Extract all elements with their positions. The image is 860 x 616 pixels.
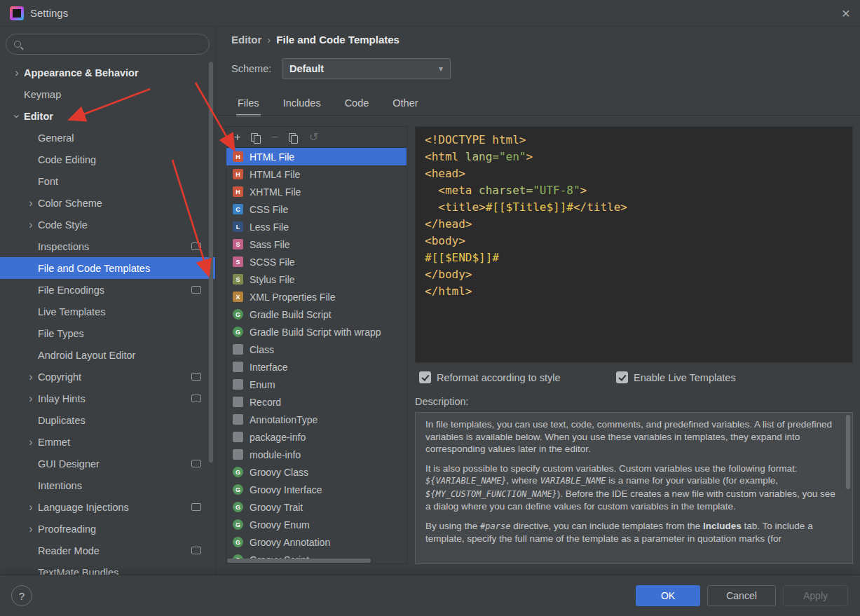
- template-name: Interface: [250, 362, 287, 373]
- template-item-groovy-interface[interactable]: GGroovy Interface: [226, 481, 407, 498]
- settings-content: Editor › File and Code Templates Scheme:…: [217, 27, 860, 575]
- sidebar-item-emmet[interactable]: ›Emmet: [0, 431, 215, 453]
- sidebar-item-label: Reader Mode: [38, 545, 100, 556]
- sidebar-item-editor[interactable]: ›Editor: [0, 105, 215, 127]
- sidebar-item-label: File Encodings: [38, 285, 104, 296]
- breadcrumb-item-current: File and Code Templates: [276, 34, 400, 46]
- apply-button[interactable]: Apply: [783, 585, 848, 606]
- template-item-class[interactable]: Class: [226, 341, 407, 358]
- template-item-gradle-build-script-with-wrapp[interactable]: GGradle Build Script with wrapp: [226, 323, 407, 341]
- sidebar-item-appearance-behavior[interactable]: ›Appearance & Behavior: [0, 62, 215, 83]
- template-item-groovy-trait[interactable]: GGroovy Trait: [226, 498, 407, 516]
- sidebar-item-language-injections[interactable]: ›Language Injections: [0, 496, 215, 518]
- chevron-down-icon[interactable]: ›: [11, 109, 23, 123]
- search-box[interactable]: [6, 34, 210, 55]
- sidebar-item-proofreading[interactable]: ›Proofreading: [0, 518, 215, 540]
- chevron-right-icon[interactable]: ›: [24, 197, 38, 210]
- monitor-icon: [191, 286, 201, 294]
- chevron-right-icon[interactable]: ›: [24, 219, 38, 231]
- template-item-enum[interactable]: Enum: [226, 376, 407, 393]
- tab-files[interactable]: Files: [236, 94, 261, 115]
- cancel-button[interactable]: Cancel: [707, 585, 776, 606]
- live-templates-checkbox[interactable]: Enable Live Templates: [616, 371, 736, 383]
- sidebar-item-inlay-hints[interactable]: ›Inlay Hints: [0, 388, 215, 409]
- checkbox-checked-icon[interactable]: [419, 371, 431, 383]
- sidebar-item-file-types[interactable]: File Types: [0, 322, 215, 344]
- template-item-xml-properties-file[interactable]: XXML Properties File: [226, 288, 407, 306]
- scheme-select[interactable]: Default ▾: [282, 58, 451, 79]
- java-file-icon: [233, 432, 243, 442]
- sidebar-item-label: Editor: [24, 111, 53, 122]
- sidebar-item-duplicates[interactable]: Duplicates: [0, 409, 215, 431]
- template-item-xhtml-file[interactable]: HXHTML File: [226, 183, 407, 200]
- description-scrollbar[interactable]: [846, 415, 850, 489]
- stylus-file-icon: S: [233, 274, 243, 285]
- sidebar-item-reader-mode[interactable]: Reader Mode: [0, 540, 215, 561]
- search-input[interactable]: [27, 38, 191, 50]
- ok-button[interactable]: OK: [636, 585, 700, 606]
- sidebar-item-file-encodings[interactable]: File Encodings: [0, 279, 215, 301]
- sidebar-item-gui-designer[interactable]: GUI Designer: [0, 453, 215, 474]
- sidebar-item-textmate-bundles[interactable]: TextMate Bundles: [0, 561, 215, 575]
- sidebar-item-general[interactable]: General: [0, 127, 215, 149]
- template-name: Groovy Annotation: [250, 537, 330, 548]
- sidebar-scrollbar[interactable]: [209, 62, 213, 463]
- sidebar-item-inspections[interactable]: Inspections: [0, 235, 215, 257]
- reformat-checkbox[interactable]: Reformat according to style: [419, 371, 561, 383]
- copy-template-icon[interactable]: [251, 133, 261, 142]
- template-item-package-info[interactable]: package-info: [226, 428, 407, 446]
- sidebar-item-code-editing[interactable]: Code Editing: [0, 149, 215, 170]
- template-item-groovy-enum[interactable]: GGroovy Enum: [226, 516, 407, 533]
- template-item-less-file[interactable]: LLess File: [226, 218, 407, 235]
- template-list-hscrollbar[interactable]: [227, 559, 371, 563]
- sidebar-item-font[interactable]: Font: [0, 170, 215, 192]
- sidebar-item-android-layout-editor[interactable]: Android Layout Editor: [0, 344, 215, 366]
- template-name: HTML File: [250, 151, 294, 163]
- sidebar-item-color-scheme[interactable]: ›Color Scheme: [0, 192, 215, 214]
- html-file-icon: H: [233, 151, 243, 162]
- template-item-interface[interactable]: Interface: [226, 358, 407, 376]
- breadcrumb-item-editor[interactable]: Editor: [231, 34, 261, 46]
- chevron-right-icon[interactable]: ›: [24, 501, 38, 514]
- template-item-css-file[interactable]: CCSS File: [226, 200, 407, 218]
- template-item-gradle-build-script[interactable]: GGradle Build Script: [226, 306, 407, 323]
- tab-includes[interactable]: Includes: [282, 94, 322, 115]
- sidebar-item-code-style[interactable]: ›Code Style: [0, 214, 215, 235]
- sidebar-item-label: Emmet: [38, 437, 70, 448]
- help-button[interactable]: ?: [11, 585, 32, 606]
- template-item-sass-file[interactable]: SSass File: [226, 235, 407, 253]
- reformat-checkbox-label: Reformat according to style: [437, 372, 561, 383]
- sidebar-item-copyright[interactable]: ›Copyright: [0, 366, 215, 388]
- template-item-html4-file[interactable]: HHTML4 File: [226, 165, 407, 183]
- template-item-scss-file[interactable]: SSCSS File: [226, 253, 407, 271]
- code-editor[interactable]: <!DOCTYPE html><html lang="en"><head> <m…: [415, 126, 853, 363]
- template-item-annotationtype[interactable]: AnnotationType: [226, 411, 407, 428]
- template-item-module-info[interactable]: module-info: [226, 446, 407, 463]
- close-icon[interactable]: ×: [842, 6, 850, 20]
- chevron-right-icon[interactable]: ›: [10, 67, 24, 79]
- template-item-groovy-annotation[interactable]: GGroovy Annotation: [226, 533, 407, 551]
- chevron-right-icon[interactable]: ›: [24, 392, 38, 405]
- breadcrumb: Editor › File and Code Templates: [231, 34, 400, 46]
- groovy-file-icon: G: [233, 467, 243, 477]
- sidebar-item-keymap[interactable]: Keymap: [0, 83, 215, 105]
- tab-other[interactable]: Other: [391, 94, 419, 115]
- template-toolbar: +−↺: [226, 127, 407, 148]
- sidebar-item-label: Keymap: [24, 89, 61, 100]
- chevron-right-icon[interactable]: ›: [24, 371, 38, 383]
- template-item-record[interactable]: Record: [226, 393, 407, 411]
- template-item-stylus-file[interactable]: SStylus File: [226, 271, 407, 288]
- checkbox-checked-icon[interactable]: [616, 371, 628, 383]
- tab-code[interactable]: Code: [343, 94, 371, 115]
- add-icon[interactable]: +: [234, 132, 240, 143]
- sidebar-item-intentions[interactable]: Intentions: [0, 474, 215, 496]
- duplicate-icon[interactable]: [289, 133, 299, 142]
- chevron-right-icon[interactable]: ›: [24, 523, 38, 535]
- settings-sidebar: ›Appearance & BehaviorKeymap›EditorGener…: [0, 27, 216, 575]
- sidebar-item-file-and-code-templates[interactable]: File and Code Templates: [0, 257, 215, 279]
- template-item-html-file[interactable]: HHTML File: [226, 148, 407, 165]
- sidebar-item-label: File and Code Templates: [38, 263, 150, 274]
- sidebar-item-live-templates[interactable]: Live Templates: [0, 301, 215, 322]
- template-item-groovy-class[interactable]: GGroovy Class: [226, 463, 407, 481]
- chevron-right-icon[interactable]: ›: [24, 436, 38, 449]
